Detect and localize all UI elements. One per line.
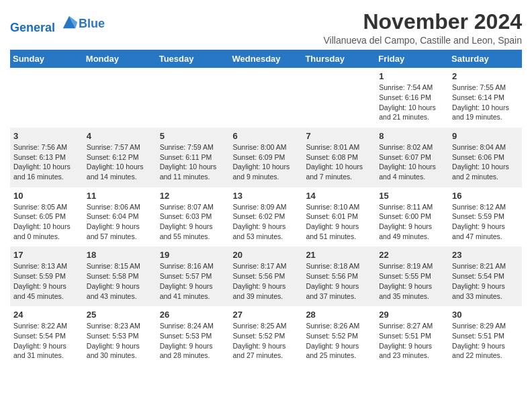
day-number: 15 bbox=[379, 191, 445, 201]
logo-text: General bbox=[10, 13, 79, 35]
calendar-cell: 2Sunrise: 7:55 AMSunset: 6:14 PMDaylight… bbox=[449, 68, 522, 128]
day-info: Sunrise: 8:10 AMSunset: 6:01 PMDaylight:… bbox=[306, 202, 372, 242]
calendar-cell bbox=[302, 68, 375, 128]
day-number: 29 bbox=[379, 310, 445, 320]
calendar-cell: 13Sunrise: 8:09 AMSunset: 6:02 PMDayligh… bbox=[230, 187, 303, 247]
calendar-cell: 17Sunrise: 8:13 AMSunset: 5:59 PMDayligh… bbox=[10, 246, 83, 306]
calendar-cell: 16Sunrise: 8:12 AMSunset: 5:59 PMDayligh… bbox=[449, 187, 522, 247]
day-number: 3 bbox=[13, 131, 80, 141]
day-info: Sunrise: 8:29 AMSunset: 5:51 PMDaylight:… bbox=[452, 321, 519, 361]
weekday-header-friday: Friday bbox=[375, 50, 449, 68]
day-number: 24 bbox=[13, 310, 80, 320]
day-number: 21 bbox=[306, 250, 372, 260]
day-info: Sunrise: 8:07 AMSunset: 6:03 PMDaylight:… bbox=[160, 202, 226, 242]
weekday-header-tuesday: Tuesday bbox=[157, 50, 230, 68]
day-number: 13 bbox=[233, 191, 300, 201]
day-info: Sunrise: 8:15 AMSunset: 5:58 PMDaylight:… bbox=[87, 261, 153, 301]
weekday-header-saturday: Saturday bbox=[449, 50, 522, 68]
calendar-cell: 15Sunrise: 8:11 AMSunset: 6:00 PMDayligh… bbox=[375, 187, 449, 247]
day-number: 5 bbox=[160, 131, 226, 141]
calendar-cell: 7Sunrise: 8:01 AMSunset: 6:08 PMDaylight… bbox=[302, 128, 375, 187]
day-number: 20 bbox=[233, 250, 300, 260]
weekday-header-sunday: Sunday bbox=[10, 50, 83, 68]
day-info: Sunrise: 8:06 AMSunset: 6:04 PMDaylight:… bbox=[87, 202, 153, 242]
day-number: 4 bbox=[87, 131, 153, 141]
calendar-cell: 8Sunrise: 8:02 AMSunset: 6:07 PMDaylight… bbox=[375, 128, 449, 187]
day-info: Sunrise: 8:02 AMSunset: 6:07 PMDaylight:… bbox=[379, 142, 445, 182]
day-info: Sunrise: 8:00 AMSunset: 6:09 PMDaylight:… bbox=[233, 142, 300, 182]
title-block: November 2024 Villanueva del Campo, Cast… bbox=[324, 10, 523, 46]
day-number: 6 bbox=[233, 131, 300, 141]
calendar-cell: 30Sunrise: 8:29 AMSunset: 5:51 PMDayligh… bbox=[449, 306, 522, 366]
calendar-cell: 4Sunrise: 7:57 AMSunset: 6:12 PMDaylight… bbox=[83, 128, 157, 187]
day-number: 7 bbox=[306, 131, 372, 141]
day-number: 17 bbox=[13, 250, 80, 260]
day-info: Sunrise: 8:21 AMSunset: 5:54 PMDaylight:… bbox=[452, 261, 519, 301]
weekday-header-monday: Monday bbox=[83, 50, 157, 68]
day-info: Sunrise: 8:13 AMSunset: 5:59 PMDaylight:… bbox=[13, 261, 80, 301]
calendar-cell: 19Sunrise: 8:16 AMSunset: 5:57 PMDayligh… bbox=[157, 246, 230, 306]
calendar-week-row: 1Sunrise: 7:54 AMSunset: 6:16 PMDaylight… bbox=[10, 68, 522, 128]
calendar-cell: 3Sunrise: 7:56 AMSunset: 6:13 PMDaylight… bbox=[10, 128, 83, 187]
calendar-cell: 11Sunrise: 8:06 AMSunset: 6:04 PMDayligh… bbox=[83, 187, 157, 247]
day-info: Sunrise: 8:18 AMSunset: 5:56 PMDaylight:… bbox=[306, 261, 372, 301]
day-number: 25 bbox=[87, 310, 153, 320]
day-info: Sunrise: 8:23 AMSunset: 5:53 PMDaylight:… bbox=[87, 321, 153, 361]
month-title: November 2024 bbox=[324, 10, 523, 34]
day-info: Sunrise: 7:59 AMSunset: 6:11 PMDaylight:… bbox=[160, 142, 226, 182]
day-info: Sunrise: 8:24 AMSunset: 5:53 PMDaylight:… bbox=[160, 321, 226, 361]
day-info: Sunrise: 8:27 AMSunset: 5:51 PMDaylight:… bbox=[379, 321, 445, 361]
day-info: Sunrise: 7:55 AMSunset: 6:14 PMDaylight:… bbox=[452, 83, 519, 122]
calendar-cell bbox=[230, 68, 303, 128]
day-number: 16 bbox=[452, 191, 519, 201]
day-number: 22 bbox=[379, 250, 445, 260]
day-info: Sunrise: 8:11 AMSunset: 6:00 PMDaylight:… bbox=[379, 202, 445, 242]
day-info: Sunrise: 8:26 AMSunset: 5:52 PMDaylight:… bbox=[306, 321, 372, 361]
calendar-cell: 27Sunrise: 8:25 AMSunset: 5:52 PMDayligh… bbox=[230, 306, 303, 366]
calendar-cell: 5Sunrise: 7:59 AMSunset: 6:11 PMDaylight… bbox=[157, 128, 230, 187]
calendar-cell bbox=[83, 68, 157, 128]
day-number: 12 bbox=[160, 191, 226, 201]
calendar-cell: 6Sunrise: 8:00 AMSunset: 6:09 PMDaylight… bbox=[230, 128, 303, 187]
day-number: 14 bbox=[306, 191, 372, 201]
calendar-cell: 25Sunrise: 8:23 AMSunset: 5:53 PMDayligh… bbox=[83, 306, 157, 366]
day-number: 8 bbox=[379, 131, 445, 141]
day-info: Sunrise: 8:09 AMSunset: 6:02 PMDaylight:… bbox=[233, 202, 300, 242]
calendar-cell: 21Sunrise: 8:18 AMSunset: 5:56 PMDayligh… bbox=[302, 246, 375, 306]
calendar-cell: 26Sunrise: 8:24 AMSunset: 5:53 PMDayligh… bbox=[157, 306, 230, 366]
location-subtitle: Villanueva del Campo, Castille and Leon,… bbox=[324, 35, 523, 46]
day-number: 30 bbox=[452, 310, 519, 320]
day-info: Sunrise: 7:54 AMSunset: 6:16 PMDaylight:… bbox=[379, 83, 445, 122]
calendar-cell: 23Sunrise: 8:21 AMSunset: 5:54 PMDayligh… bbox=[449, 246, 522, 306]
logo-blue-text: Blue bbox=[79, 17, 105, 31]
day-info: Sunrise: 7:56 AMSunset: 6:13 PMDaylight:… bbox=[13, 142, 80, 182]
calendar-cell: 9Sunrise: 8:04 AMSunset: 6:06 PMDaylight… bbox=[449, 128, 522, 187]
calendar-cell: 1Sunrise: 7:54 AMSunset: 6:16 PMDaylight… bbox=[375, 68, 449, 128]
calendar-week-row: 10Sunrise: 8:05 AMSunset: 6:05 PMDayligh… bbox=[10, 187, 522, 247]
calendar-cell: 28Sunrise: 8:26 AMSunset: 5:52 PMDayligh… bbox=[302, 306, 375, 366]
day-number: 10 bbox=[13, 191, 80, 201]
calendar-cell: 20Sunrise: 8:17 AMSunset: 5:56 PMDayligh… bbox=[230, 246, 303, 306]
day-info: Sunrise: 8:01 AMSunset: 6:08 PMDaylight:… bbox=[306, 142, 372, 182]
day-info: Sunrise: 8:12 AMSunset: 5:59 PMDaylight:… bbox=[452, 202, 519, 242]
day-number: 1 bbox=[379, 71, 445, 81]
day-info: Sunrise: 7:57 AMSunset: 6:12 PMDaylight:… bbox=[87, 142, 153, 182]
day-info: Sunrise: 8:22 AMSunset: 5:54 PMDaylight:… bbox=[13, 321, 80, 361]
calendar-cell bbox=[157, 68, 230, 128]
calendar-cell: 22Sunrise: 8:19 AMSunset: 5:55 PMDayligh… bbox=[375, 246, 449, 306]
logo: General Blue bbox=[10, 13, 105, 35]
calendar-cell: 18Sunrise: 8:15 AMSunset: 5:58 PMDayligh… bbox=[83, 246, 157, 306]
day-number: 19 bbox=[160, 250, 226, 260]
day-number: 26 bbox=[160, 310, 226, 320]
calendar-header-row: SundayMondayTuesdayWednesdayThursdayFrid… bbox=[10, 50, 522, 68]
calendar-table: SundayMondayTuesdayWednesdayThursdayFrid… bbox=[10, 50, 522, 366]
day-info: Sunrise: 8:16 AMSunset: 5:57 PMDaylight:… bbox=[160, 261, 226, 301]
calendar-cell: 10Sunrise: 8:05 AMSunset: 6:05 PMDayligh… bbox=[10, 187, 83, 247]
logo-icon bbox=[60, 13, 79, 32]
day-number: 28 bbox=[306, 310, 372, 320]
day-number: 18 bbox=[87, 250, 153, 260]
page-header: General Blue November 2024 Villanueva de… bbox=[10, 10, 522, 46]
day-info: Sunrise: 8:17 AMSunset: 5:56 PMDaylight:… bbox=[233, 261, 300, 301]
day-number: 2 bbox=[452, 71, 519, 81]
calendar-week-row: 17Sunrise: 8:13 AMSunset: 5:59 PMDayligh… bbox=[10, 246, 522, 306]
